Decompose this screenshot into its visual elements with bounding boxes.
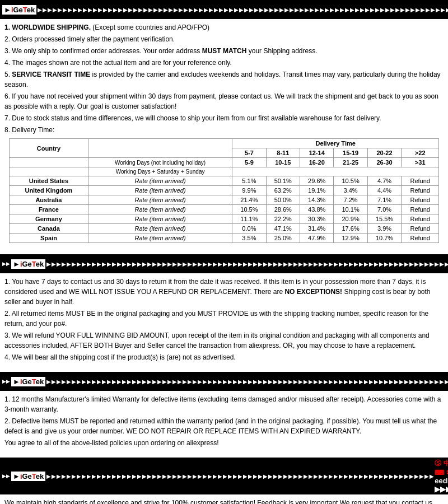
value-cell: 10.7%: [367, 234, 401, 243]
col-20-22: 20-22: [367, 148, 401, 158]
value-cell: 4.4%: [367, 186, 401, 195]
country-cell: Germany: [9, 214, 88, 224]
return-p3: 3. We will refund YOUR FULL WINNING BID …: [4, 330, 444, 351]
return-arrow-prefix: ▶▶: [2, 261, 10, 267]
return-p1: 1. You have 7 days to contact us and 30 …: [4, 277, 444, 307]
shipping-title-note: (Except some countries and APO/FPO): [91, 24, 209, 31]
feedback-section-label: Ⓢ 中 ♪° ⌨ ✉ eedback ▶▶▶: [435, 459, 448, 493]
col-5-7: 5-7: [232, 148, 266, 158]
return-bar: ▶▶ ►iGeTek ▶▶▶▶▶▶▶▶▶▶▶▶▶▶▶▶▶▶▶▶▶▶▶▶▶▶▶▶▶…: [0, 254, 448, 273]
value-cell: 3.5%: [232, 234, 266, 243]
value-cell: 19.1%: [300, 186, 334, 195]
table-row: United StatesRate (item arrived)5.1%50.1…: [9, 176, 438, 186]
warranty-p3: You agree to all of the above-listed pol…: [4, 438, 444, 448]
value-cell: 22.2%: [266, 214, 300, 224]
col-weekend-days: Working Days + Saturday + Sunday: [88, 167, 232, 176]
shipping-title: 1. WORLDWIDE SHIPPING. (Except some coun…: [4, 22, 444, 32]
value-cell: Refund: [402, 195, 439, 205]
shipping-section: 1. WORLDWIDE SHIPPING. (Except some coun…: [0, 19, 448, 250]
value-cell: Refund: [402, 234, 439, 243]
value-cell: 9.9%: [232, 186, 266, 195]
col-country-label2: [9, 158, 88, 167]
return-p2: 2. All returned items MUST BE in the ori…: [4, 309, 444, 329]
value-cell: 29.6%: [300, 176, 334, 186]
feedback-p1: We maintain high standards of excellence…: [4, 498, 444, 504]
value-cell: 12.9%: [334, 234, 367, 243]
country-cell: United States: [9, 176, 88, 186]
col-16-20: 16-20: [300, 158, 334, 167]
col-21-25: 21-25: [334, 158, 367, 167]
warranty-section: 1. 12 months Manufacturer's limited Warr…: [0, 391, 448, 453]
value-cell: 47.1%: [266, 224, 300, 234]
value-cell: 21.4%: [232, 195, 266, 205]
value-cell: 20.9%: [334, 214, 367, 224]
feedback-section: We maintain high standards of excellence…: [0, 494, 448, 504]
value-cell: 10.1%: [334, 205, 367, 214]
value-cell: 7.2%: [334, 195, 367, 205]
col-15-19: 15-19: [334, 148, 367, 158]
value-cell: 17.6%: [334, 224, 367, 234]
rate-cell: Rate (item arrived): [88, 224, 232, 234]
rate-cell: Rate (item arrived): [88, 195, 232, 205]
col-10-15: 10-15: [266, 158, 300, 167]
feedback-bar: ▶▶ ►iGeTek ▶▶▶▶▶▶▶▶▶▶▶▶▶▶▶▶▶▶▶▶▶▶▶▶▶▶▶▶▶…: [0, 458, 448, 494]
value-cell: 7.0%: [367, 205, 401, 214]
value-cell: 10.5%: [334, 176, 367, 186]
shipping-policy3: 4. The images shown are not the actual i…: [4, 58, 444, 68]
value-cell: 15.5%: [367, 214, 401, 224]
value-cell: 30.3%: [300, 214, 334, 224]
warranty-brand-logo: ►iGeTek: [11, 377, 45, 386]
rate-cell: Rate (item arrived): [88, 214, 232, 224]
col-gt22: >22: [402, 148, 439, 158]
feedback-arrow-prefix: ▶▶: [2, 473, 10, 479]
value-cell: 47.9%: [300, 234, 334, 243]
return-arrows: ▶▶▶▶▶▶▶▶▶▶▶▶▶▶▶▶▶▶▶▶▶▶▶▶▶▶▶▶▶▶▶▶▶▶▶▶▶▶▶▶…: [46, 261, 448, 267]
value-cell: Refund: [402, 205, 439, 214]
delivery-table: Country Delivery Time 5-7 8-11 12-14 15-…: [9, 138, 439, 243]
warranty-p1: 1. 12 months Manufacturer's limited Warr…: [4, 394, 444, 414]
brand-logo: ►iGeTek: [2, 5, 36, 15]
value-cell: 11.1%: [232, 214, 266, 224]
header-bar: ►iGeTek ▶▶▶▶▶▶▶▶▶▶▶▶▶▶▶▶▶▶▶▶▶▶▶▶▶▶▶▶▶▶▶▶…: [0, 0, 448, 19]
col-gt31: >31: [402, 158, 439, 167]
value-cell: 7.1%: [367, 195, 401, 205]
country-cell: Spain: [9, 234, 88, 243]
value-cell: 50.1%: [266, 176, 300, 186]
country-cell: United Kingdom: [9, 186, 88, 195]
value-cell: Refund: [402, 176, 439, 186]
warranty-arrow-prefix: ▶▶: [2, 379, 10, 384]
rate-cell: Rate (item arrived): [88, 234, 232, 243]
country-cell: France: [9, 205, 88, 214]
value-cell: 50.0%: [266, 195, 300, 205]
return-section: 1. You have 7 days to contact us and 30 …: [0, 273, 448, 367]
value-cell: Refund: [402, 186, 439, 195]
feedback-brand-logo: ►iGeTek: [11, 472, 45, 481]
value-cell: 28.6%: [266, 205, 300, 214]
value-cell: 43.8%: [300, 205, 334, 214]
value-cell: Refund: [402, 214, 439, 224]
table-row: AustraliaRate (item arrived)21.4%50.0%14…: [9, 195, 438, 205]
country-cell: Australia: [9, 195, 88, 205]
value-cell: 63.2%: [266, 186, 300, 195]
col-empty: [232, 167, 439, 176]
col-8-11: 8-11: [266, 148, 300, 158]
value-cell: 31.4%: [300, 224, 334, 234]
warranty-bar: ▶▶ ►iGeTek ▶▶▶▶▶▶▶▶▶▶▶▶▶▶▶▶▶▶▶▶▶▶▶▶▶▶▶▶▶…: [0, 372, 448, 391]
col-12-14: 12-14: [300, 148, 334, 158]
header-arrows: ▶▶▶▶▶▶▶▶▶▶▶▶▶▶▶▶▶▶▶▶▶▶▶▶▶▶▶▶▶▶▶▶▶▶▶▶▶▶▶▶…: [38, 7, 448, 13]
rate-cell: Rate (item arrived): [88, 205, 232, 214]
shipping-policy7: 8. Delivery Time:: [4, 125, 444, 135]
table-row: CanadaRate (item arrived)0.0%47.1%31.4%1…: [9, 224, 438, 234]
table-row: SpainRate (item arrived)3.5%25.0%47.9%12…: [9, 234, 438, 243]
col-working-days: Working Days (not including holiday): [88, 158, 232, 167]
value-cell: 14.3%: [300, 195, 334, 205]
value-cell: 3.4%: [334, 186, 367, 195]
country-cell: Canada: [9, 224, 88, 234]
value-cell: 3.9%: [367, 224, 401, 234]
value-cell: 10.5%: [232, 205, 266, 214]
rate-cell: Rate (item arrived): [88, 176, 232, 186]
value-cell: Refund: [402, 224, 439, 234]
return-p4: 4. We will bear all the shipping cost if…: [4, 352, 444, 362]
col-country: Country: [9, 139, 88, 158]
col-26-30: 26-30: [367, 158, 401, 167]
